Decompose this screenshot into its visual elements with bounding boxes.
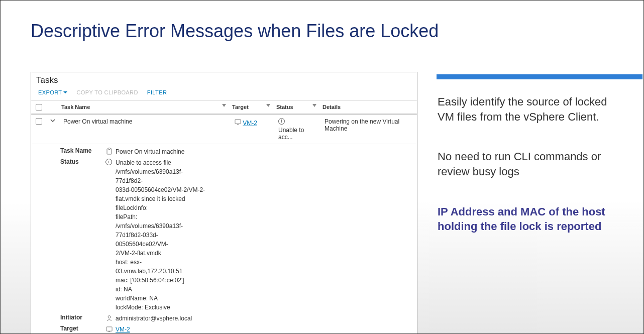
filter-icon[interactable]: [222, 104, 226, 107]
filter-icon[interactable]: [312, 104, 316, 107]
svg-rect-0: [235, 119, 240, 123]
user-icon: [105, 314, 113, 321]
col-details[interactable]: Details: [318, 101, 417, 113]
expanded-detail: Task Name Power On virtual machine Statu…: [31, 144, 417, 334]
svg-rect-1: [237, 124, 239, 125]
expand-toggle-icon[interactable]: [50, 118, 55, 123]
col-target-label: Target: [232, 104, 249, 110]
accent-bar: [437, 74, 642, 79]
task-name-value: Power On virtual machine: [116, 147, 206, 156]
export-label: EXPORT: [38, 89, 62, 95]
svg-rect-3: [108, 148, 110, 150]
col-status-label: Status: [276, 104, 293, 110]
col-details-label: Details: [323, 104, 341, 110]
vm-icon: [234, 118, 241, 125]
tasks-panel-title: Tasks: [31, 72, 417, 86]
row-checkbox[interactable]: [36, 118, 42, 125]
target-label: Target: [60, 325, 105, 334]
svg-point-4: [108, 315, 111, 318]
cell-details: Powering on the new Virtual Machine: [320, 115, 417, 135]
export-button[interactable]: EXPORT: [38, 89, 67, 95]
copy-to-clipboard-button[interactable]: COPY TO CLIPBOARD: [76, 89, 138, 95]
info-icon: i: [105, 159, 112, 165]
select-all-checkbox[interactable]: [36, 104, 42, 110]
col-task-name[interactable]: Task Name: [57, 101, 228, 113]
status-label: Status: [60, 158, 105, 165]
svg-rect-5: [106, 326, 112, 330]
status-text: Unable to acc...: [278, 127, 316, 141]
target-link[interactable]: VM-2: [243, 120, 257, 127]
info-icon: i: [278, 118, 285, 125]
clipboard-icon: [105, 148, 113, 155]
svg-rect-6: [108, 331, 110, 332]
vm-icon: [105, 325, 113, 332]
screenshot-panel: Tasks EXPORT COPY TO CLIPBOARD FILTER Ta…: [31, 72, 417, 334]
bullet-2: No need to run CLI commands or review bu…: [438, 149, 613, 179]
filter-icon[interactable]: [266, 104, 270, 107]
col-target[interactable]: Target: [228, 101, 272, 113]
col-task-name-label: Task Name: [61, 104, 90, 110]
task-name-label: Task Name: [60, 147, 105, 156]
bullet-3: IP Address and MAC of the host holding t…: [438, 204, 613, 234]
initiator-label: Initiator: [60, 314, 105, 323]
chevron-down-icon: [63, 91, 67, 93]
slide-title: Descriptive Error Messages when Files ar…: [31, 21, 613, 42]
bullet-1: Easily identify the source of locked VM …: [438, 94, 613, 124]
status-value: Unable to access file/vmfs/volumes/6390a…: [116, 158, 206, 312]
initiator-value: administrator@vsphere.local: [116, 314, 206, 323]
target-link[interactable]: VM-2: [116, 326, 130, 333]
cell-task-name: Power On virtual machine: [59, 115, 230, 128]
tasks-toolbar: EXPORT COPY TO CLIPBOARD FILTER: [31, 86, 417, 100]
filter-button[interactable]: FILTER: [147, 89, 167, 95]
table-row[interactable]: Power On virtual machine VM-2 i Unable t…: [31, 115, 417, 144]
col-status[interactable]: Status: [272, 101, 318, 113]
